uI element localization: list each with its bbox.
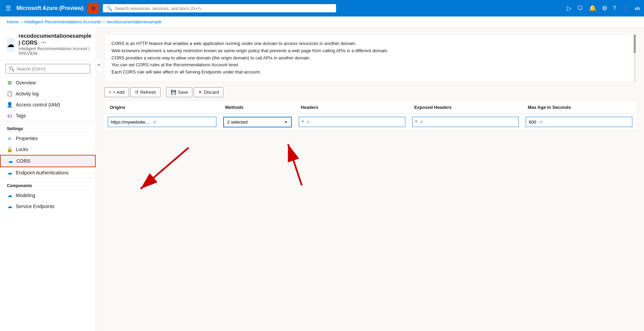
notifications-icon[interactable]: 🔔 [589,4,596,12]
cell-exposed-headers: * ✓ [409,114,522,130]
settings-section-label: Settings [0,121,96,133]
more-options-btn[interactable]: ··· [39,38,48,47]
col-origins: Origins [104,101,220,114]
desc-line-2: Web browsers implement a security restri… [111,47,629,55]
sidebar-item-access-control[interactable]: 👤 Access control (IAM) [0,99,96,110]
col-headers: Headers [295,101,409,114]
activity-log-icon: 📋 [7,91,12,96]
desc-line-1: CORS is an HTTP feature that enables a w… [111,40,629,47]
sidebar-search: 🔍 [0,60,96,77]
tags-label: Tags [16,113,26,118]
refresh-label: Refresh [140,90,156,95]
discard-icon: ✕ [198,90,202,95]
cors-icon: ☁ [8,158,13,164]
search-input[interactable] [115,6,333,11]
add-button[interactable]: + + Add [104,87,129,97]
sidebar-item-properties[interactable]: ≡ Properties [0,133,96,144]
breadcrumb-resource[interactable]: recodocumentationexample [107,19,162,24]
breadcrumb-accounts[interactable]: Intelligent Recommendations Accounts [24,19,101,24]
resource-info: recodocumentationexample | CORS ··· Inte… [19,33,92,56]
save-button[interactable]: 💾 Save [166,87,193,97]
activity-log-label: Activity log [16,91,39,96]
sidebar: ☁ recodocumentationexample | CORS ··· In… [0,27,96,331]
red-arrow-2 [261,137,322,192]
feedback-btn-icon[interactable]: 🗨 [577,5,583,12]
service-endpoints-icon: ☁ [7,204,12,209]
exposed-headers-input-cell[interactable]: * ✓ [412,117,519,127]
resource-header: ☁ recodocumentationexample | CORS ··· In… [0,27,96,60]
discard-label: Discard [204,90,219,95]
breadcrumb-sep-1: › [21,19,22,24]
sidebar-item-locks[interactable]: 🔒 Locks [0,144,96,155]
svg-line-1 [141,148,189,189]
col-exposed-headers: Exposed Headers [409,101,522,114]
red-arrow-1 [120,144,195,220]
breadcrumb: Home › Intelligent Recommendations Accou… [0,16,644,27]
breadcrumb-home[interactable]: Home [7,19,19,24]
desc-line-4: You can set CORS rules at the Recommenda… [111,61,629,69]
origins-value: https://mywebsite.... [111,119,150,125]
locks-label: Locks [16,147,28,152]
account-icon[interactable]: 👤 [622,4,629,12]
cloud-shell-icon[interactable]: ▷ [567,4,572,12]
resource-section-text: CORS [22,40,37,46]
endpoint-auth-label: Endpoint Authentications [16,170,69,175]
max-age-check-icon: ✓ [539,119,543,125]
settings-icon[interactable]: ⚙ [602,4,607,12]
cell-methods: 2 selected ▼ [220,114,295,130]
global-search-bar[interactable]: 🔍 [103,4,336,12]
col-methods: Methods [220,101,295,114]
overview-icon: ⊞ [7,80,12,85]
max-age-input-cell[interactable]: 600 ✓ [526,117,632,127]
breadcrumb-sep-2: › [103,19,105,24]
top-nav: ☰ Microsoft Azure (Preview) 🐞 🔍 ▷ 🗨 🔔 ⚙ … [0,0,644,16]
tags-icon: 🏷 [7,113,12,118]
user-abbr[interactable]: sh [635,6,640,11]
chevron-down-icon: ▼ [284,120,288,124]
exposed-headers-check-icon: ✓ [420,119,424,125]
save-label: Save [178,90,188,95]
toolbar-separator [163,87,164,97]
sidebar-item-cors[interactable]: ☁ CORS [0,155,96,167]
sidebar-search-input[interactable] [16,66,87,71]
help-icon[interactable]: ? [613,5,616,12]
resource-divider: | [19,40,22,46]
refresh-button[interactable]: ↺ Refresh [130,87,160,97]
access-control-label: Access control (IAM) [16,102,60,107]
discard-button[interactable]: ✕ Discard [194,87,223,97]
search-icon: 🔍 [106,5,112,11]
add-label: + Add [113,90,125,95]
toolbar: + + Add ↺ Refresh 💾 Save ✕ Discard [104,87,636,97]
content-area: CORS is an HTTP feature that enables a w… [96,27,644,331]
methods-dropdown[interactable]: 2 selected ▼ [223,117,292,127]
sidebar-item-endpoint-auth[interactable]: ☁ Endpoint Authentications [0,167,96,178]
resource-subtitle: Intelligent Recommendations Account | PR… [19,46,92,56]
table-row: https://mywebsite.... ✓ 2 selected ▼ * [104,114,636,130]
description-wrapper: CORS is an HTTP feature that enables a w… [104,34,636,82]
headers-value: * [302,119,303,125]
sidebar-item-tags[interactable]: 🏷 Tags [0,110,96,121]
sidebar-search-box[interactable]: 🔍 [5,64,90,73]
sidebar-item-overview[interactable]: ⊞ Overview [0,77,96,88]
origins-input-cell[interactable]: https://mywebsite.... ✓ [108,117,216,127]
modeling-icon: ☁ [7,193,12,198]
headers-check-icon: ✓ [306,119,310,125]
svg-line-3 [288,144,302,185]
feedback-icon[interactable]: 🐞 [88,3,99,14]
origins-check-icon: ✓ [153,119,157,125]
headers-input-cell[interactable]: * ✓ [299,117,405,127]
sidebar-item-modeling[interactable]: ☁ Modeling [0,190,96,201]
sidebar-collapse-btn[interactable]: ≪ [95,58,102,71]
main-layout: ≪ ☁ recodocumentationexample | CORS ··· … [0,27,644,331]
modeling-label: Modeling [16,193,35,198]
sidebar-item-activity-log[interactable]: 📋 Activity log [0,88,96,99]
hamburger-menu[interactable]: ☰ [4,3,12,13]
cell-headers: * ✓ [295,114,409,130]
cell-origins: https://mywebsite.... ✓ [104,114,220,130]
resource-name-text: recodocumentationexample [19,33,92,39]
app-title: Microsoft Azure (Preview) [16,5,84,11]
properties-label: Properties [16,136,38,141]
service-endpoints-label: Service Endpoints [16,204,55,209]
sidebar-item-service-endpoints[interactable]: ☁ Service Endpoints [0,201,96,212]
desc-line-3: CORS provides a secure way to allow one … [111,55,629,62]
